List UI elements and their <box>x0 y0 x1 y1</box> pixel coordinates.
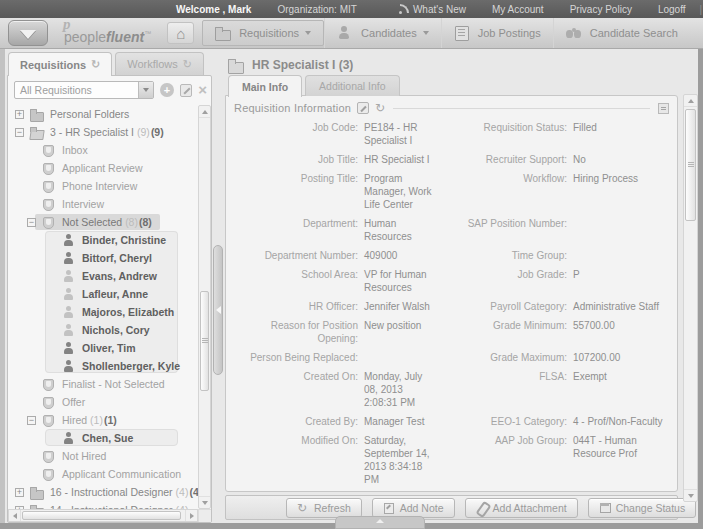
scroll-down-arrow[interactable] <box>684 489 697 501</box>
field-row: Modified On: Saturday, September 14, 201… <box>232 434 667 486</box>
collapse-panel-icon[interactable] <box>658 103 669 114</box>
field-label: Modified On: <box>232 434 358 486</box>
count-badge-dark: (4) <box>189 486 198 498</box>
tree-candidate-evans-andrew[interactable]: Evans, Andrew <box>9 267 198 285</box>
nav-item-icon <box>454 26 471 40</box>
scroll-up-arrow[interactable] <box>199 106 210 118</box>
app-window: Welcome , Mark Organization: MIT What's … <box>0 0 703 529</box>
main-vertical-scrollbar[interactable] <box>683 94 698 502</box>
tree-hired[interactable]: Hired (1) (1) <box>9 411 198 429</box>
field-value: Filled <box>573 121 665 147</box>
field-label: Person Being Replaced: <box>232 351 358 364</box>
tree-item-icon <box>42 414 55 427</box>
tree-applicant-communication[interactable]: Applicant Communication <box>9 465 198 483</box>
scrollbar-thumb[interactable] <box>685 109 696 221</box>
my-account-link[interactable]: My Account <box>492 4 544 15</box>
change-status-button[interactable]: Change Status <box>588 498 696 518</box>
organization-text: Organization: MIT <box>277 4 356 15</box>
field-label: Requisition Status: <box>444 121 567 147</box>
scroll-left-arrow[interactable] <box>9 510 21 521</box>
sidebar-splitter[interactable] <box>213 52 225 523</box>
home-button[interactable]: ⌂ <box>167 22 194 44</box>
expander-icon[interactable] <box>27 218 36 227</box>
tree-interview[interactable]: Interview <box>9 195 198 213</box>
requisition-folder-icon <box>228 59 244 72</box>
nav-candidates[interactable]: Candidates <box>324 18 441 48</box>
logoff-link[interactable]: Logoff <box>658 4 686 15</box>
collapse-footer-handle[interactable] <box>335 516 425 529</box>
tree-item-text: Interview <box>62 198 104 210</box>
tree-candidate-shollenberger-kyle[interactable]: Shollenberger, Kyle <box>9 357 198 375</box>
field-value: 409000 <box>364 249 438 262</box>
collapse-sidebar-handle[interactable] <box>213 245 223 375</box>
field-label: Job Grade: <box>444 268 567 294</box>
tree-candidate-majoros-elizabeth[interactable]: Majoros, Elizabeth <box>9 303 198 321</box>
tree-item-text: Finalist - Not Selected <box>62 378 165 390</box>
tree-not-hired[interactable]: Not Hired <box>9 447 198 465</box>
field-row: Job Title: HR Specialist I Recruiter Sup… <box>232 153 667 166</box>
scroll-right-arrow[interactable] <box>185 510 197 521</box>
delete-folder-button[interactable]: × <box>198 83 207 97</box>
field-value: 55700.00 <box>573 319 665 345</box>
tree-applicant-review[interactable]: Applicant Review <box>9 159 198 177</box>
tree-item-icon <box>62 234 75 247</box>
tree-folder-hr-specialist[interactable]: 3 - HR Specialist I (9) (9) <box>9 123 198 141</box>
add-folder-button[interactable] <box>160 83 173 97</box>
refresh-button[interactable]: Refresh <box>286 498 362 518</box>
sidebar-vertical-scrollbar[interactable] <box>198 105 211 509</box>
field-label: Recruiter Support: <box>444 153 567 166</box>
nav-job-postings[interactable]: Job Postings <box>441 18 553 48</box>
collapse-header-button[interactable] <box>8 20 48 46</box>
sidebar-tab-requisitions[interactable]: Requisitions ↻ <box>8 52 112 76</box>
tab-additional-info[interactable]: Additional Info <box>305 75 400 96</box>
tree-item-label: Chen, Sue <box>82 432 133 444</box>
nav-requisitions[interactable]: Requisitions <box>202 20 324 46</box>
add-attachment-button[interactable]: Add Attachment <box>465 498 578 518</box>
topbar: Welcome , Mark Organization: MIT What's … <box>0 0 703 18</box>
tree-offer[interactable]: Offer <box>9 393 198 411</box>
tree-folder-instructional-designer-14[interactable]: 14 - Instructional Designer (4) <box>9 501 198 509</box>
field-label: Job Title: <box>232 153 358 166</box>
tree-candidate-lafleur-anne[interactable]: Lafleur, Anne <box>9 285 198 303</box>
requisition-filter-select[interactable]: All Requisitions <box>14 81 154 99</box>
refresh-icon[interactable]: ↻ <box>91 59 100 70</box>
field-label: Workflow: <box>444 172 567 211</box>
tree-candidate-binder-christine[interactable]: Binder, Christine <box>9 231 198 249</box>
refresh-icon[interactable]: ↻ <box>183 59 192 70</box>
tree-not-selected[interactable]: Not Selected (8) (8) <box>9 213 198 231</box>
tree-candidate-bittorf-cheryl[interactable]: Bittorf, Cheryl <box>9 249 198 267</box>
expander-icon[interactable] <box>27 416 36 425</box>
privacy-policy-link[interactable]: Privacy Policy <box>570 4 632 15</box>
scrollbar-thumb[interactable] <box>22 511 181 520</box>
tree-item-icon <box>42 198 55 211</box>
tree-finalist-not-selected[interactable]: Finalist - Not Selected <box>9 375 198 393</box>
field-label: HR Officer: <box>232 300 358 313</box>
tree-candidate-oliver-tim[interactable]: Oliver, Tim <box>9 339 198 357</box>
sidebar-tab-workflows[interactable]: Workflows ↻ <box>115 52 204 75</box>
edit-icon[interactable] <box>357 102 369 114</box>
tree-folder-instructional-designer-16[interactable]: 16 - Instructional Designer (4) (4) <box>9 483 198 501</box>
nav-item-label: Candidates <box>361 27 417 39</box>
expander-icon[interactable] <box>15 110 24 119</box>
expander-icon[interactable] <box>15 128 24 137</box>
edit-folder-button[interactable] <box>180 84 193 97</box>
select-dropdown-icon[interactable] <box>138 82 153 98</box>
tree-phone-interview[interactable]: Phone Interview <box>9 177 198 195</box>
tab-main-info[interactable]: Main Info <box>228 75 302 97</box>
sidebar-horizontal-scrollbar[interactable] <box>8 509 198 522</box>
button-label: Refresh <box>314 502 351 514</box>
refresh-icon[interactable]: ↻ <box>375 102 385 114</box>
scroll-up-arrow[interactable] <box>684 95 697 107</box>
field-value: 044T - Human Resource Prof <box>573 434 665 486</box>
whats-new-link[interactable]: What's New <box>399 4 466 15</box>
expander-icon[interactable] <box>15 488 24 497</box>
tree-candidate-chen-sue[interactable]: Chen, Sue <box>9 429 198 447</box>
tree-inbox[interactable]: Inbox <box>9 141 198 159</box>
scrollbar-thumb[interactable] <box>200 291 209 391</box>
field-row: Posting Title: Program Manager, Work Lif… <box>232 172 667 211</box>
tree-candidate-nichols-cory[interactable]: Nichols, Cory <box>9 321 198 339</box>
nav-candidate-search[interactable]: Candidate Search <box>553 18 690 48</box>
scroll-down-arrow[interactable] <box>199 496 210 508</box>
tree-personal-folders[interactable]: Personal Folders <box>9 105 198 123</box>
add-note-button[interactable]: Add Note <box>372 498 455 518</box>
